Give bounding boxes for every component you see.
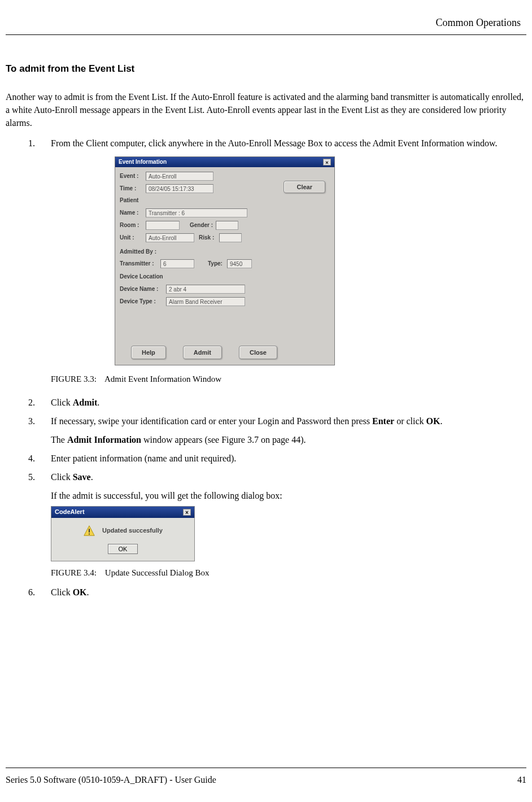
- step-text-post: .: [440, 416, 442, 426]
- figure-text: Update Successful Dialog Box: [105, 568, 210, 577]
- patient-section-label: Patient: [120, 197, 330, 205]
- step-text-pre: Click: [51, 587, 73, 597]
- unit-label: Unit :: [120, 234, 143, 242]
- event-field[interactable]: Auto-Enroll: [146, 172, 213, 181]
- figure-3-4: CodeAlert × Updated succesfully OK: [51, 506, 526, 561]
- device-location-section-label: Device Location: [120, 273, 330, 281]
- close-icon[interactable]: ×: [183, 509, 191, 516]
- step-5: 5. Click Save. If the admit is successfu…: [28, 470, 526, 579]
- step-sub-post: window appears (see Figure 3.7 on page 4…: [141, 435, 306, 444]
- step-number: 6.: [28, 586, 35, 599]
- step-text-post: .: [91, 472, 93, 482]
- steps-list: 1. From the Client computer, click anywh…: [6, 137, 526, 599]
- step-6: 6. Click OK.: [28, 586, 526, 599]
- step-bold: Admit: [73, 398, 98, 407]
- dialog-title: CodeAlert: [55, 508, 85, 517]
- figure-3-3: Event Information × Event : Auto-Enroll …: [115, 156, 526, 365]
- step-bold-1: Enter: [372, 416, 394, 426]
- step-number: 3.: [28, 415, 35, 428]
- gender-label: Gender :: [190, 221, 213, 230]
- type-label: Type:: [208, 260, 225, 268]
- step-sub-bold: Admit Information: [67, 435, 141, 444]
- step-text-pre: If necessary, swipe your identification …: [51, 416, 372, 426]
- device-name-field[interactable]: 2 abr 4: [166, 285, 245, 294]
- dialog-title: Event Information: [119, 158, 167, 167]
- step-text-mid: or click: [394, 416, 426, 426]
- step-number: 1.: [28, 137, 35, 150]
- risk-field[interactable]: [219, 233, 242, 242]
- room-label: Room :: [120, 221, 143, 230]
- step-number: 5.: [28, 470, 35, 483]
- step-bold: Save: [73, 472, 91, 482]
- ok-button[interactable]: OK: [108, 544, 138, 554]
- transmitter-field[interactable]: 6: [160, 259, 194, 268]
- dialog-message: Updated succesfully: [102, 526, 163, 535]
- step-text-pre: Click: [51, 398, 73, 407]
- chapter-title: Common Operations: [436, 17, 521, 28]
- step-sub-pre: The: [51, 435, 67, 444]
- step-sub-text: If the admit is successful, you will get…: [51, 489, 526, 502]
- step-text: Enter patient information (name and unit…: [51, 454, 236, 463]
- device-type-field[interactable]: Alarm Band Receiver: [166, 297, 245, 306]
- step-2: 2. Click Admit.: [28, 396, 526, 409]
- figure-3-4-caption: FIGURE 3.4: Update Successful Dialog Box: [51, 567, 526, 579]
- time-label: Time :: [120, 185, 143, 193]
- name-label: Name :: [120, 209, 143, 217]
- admit-button[interactable]: Admit: [183, 346, 222, 359]
- device-name-label: Device Name :: [120, 285, 164, 294]
- section-title: To admit from the Event List: [6, 63, 526, 75]
- intro-paragraph: Another way to admit is from the Event L…: [6, 90, 526, 130]
- device-type-label: Device Type :: [120, 298, 164, 306]
- figure-3-3-caption: FIGURE 3.3: Admit Event Information Wind…: [51, 373, 526, 386]
- step-number: 2.: [28, 396, 35, 409]
- page-footer: Series 5.0 Software (0510-1059-A_DRAFT) …: [6, 768, 526, 785]
- step-text-post: .: [87, 587, 89, 597]
- figure-label: FIGURE 3.4:: [51, 568, 97, 577]
- step-number: 4.: [28, 452, 35, 465]
- page-header: Common Operations: [6, 17, 526, 35]
- event-label: Event :: [120, 172, 143, 181]
- gender-field[interactable]: [216, 221, 238, 230]
- warning-icon: [83, 525, 95, 537]
- time-field[interactable]: 08/24/05 15:17:33: [146, 184, 213, 193]
- room-field[interactable]: [146, 221, 180, 230]
- svg-rect-1: [89, 529, 90, 532]
- dialog-titlebar: CodeAlert ×: [51, 507, 194, 518]
- close-button[interactable]: Close: [239, 346, 277, 359]
- codealert-dialog: CodeAlert × Updated succesfully OK: [51, 506, 195, 561]
- figure-label: FIGURE 3.3:: [51, 374, 97, 383]
- svg-rect-2: [89, 533, 90, 534]
- figure-text: Admit Event Information Window: [104, 374, 221, 383]
- transmitter-label: Transmitter :: [120, 260, 158, 268]
- risk-label: Risk :: [199, 234, 217, 242]
- footer-left: Series 5.0 Software (0510-1059-A_DRAFT) …: [6, 775, 216, 785]
- dialog-titlebar: Event Information ×: [115, 157, 334, 168]
- type-field[interactable]: 9450: [227, 259, 252, 268]
- step-text-pre: Click: [51, 472, 73, 482]
- step-bold-2: OK: [426, 416, 441, 426]
- unit-field[interactable]: Auto-Enroll: [146, 233, 194, 242]
- step-1: 1. From the Client computer, click anywh…: [28, 137, 526, 386]
- admitted-by-section-label: Admitted By :: [120, 248, 330, 256]
- step-4: 4. Enter patient information (name and u…: [28, 452, 526, 465]
- close-icon[interactable]: ×: [323, 159, 331, 165]
- name-field[interactable]: Transmitter : 6: [146, 208, 247, 217]
- step-bold: OK: [73, 587, 87, 597]
- help-button[interactable]: Help: [131, 346, 166, 359]
- page-number: 41: [517, 775, 526, 785]
- event-information-dialog: Event Information × Event : Auto-Enroll …: [115, 156, 335, 365]
- step-3: 3. If necessary, swipe your identificati…: [28, 415, 526, 446]
- clear-button[interactable]: Clear: [284, 181, 325, 193]
- step-text: From the Client computer, click anywhere…: [51, 138, 498, 148]
- step-text-post: .: [97, 398, 99, 407]
